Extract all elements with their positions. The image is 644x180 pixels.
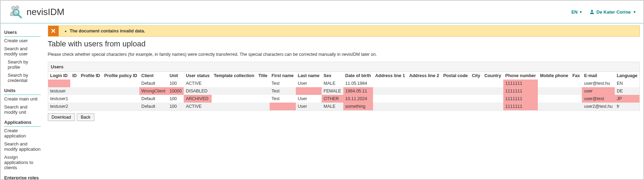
table-cell — [373, 103, 407, 110]
table-cell — [270, 103, 296, 110]
table-cell — [373, 80, 407, 87]
app-logo-icon — [8, 4, 23, 20]
sidebar: Users Create user Search and modify user… — [1, 23, 44, 180]
svg-point-4 — [591, 10, 593, 12]
table-column-header: Date of birth — [343, 72, 373, 80]
table-cell — [296, 87, 322, 95]
table-cell — [212, 103, 256, 110]
table-cell — [538, 95, 570, 103]
table-cell — [102, 80, 139, 87]
back-button[interactable]: Back — [77, 113, 94, 121]
table-cell — [407, 95, 441, 103]
table-column-header: E-mail — [582, 72, 614, 80]
table-header-row: Login IDIDProfile IDProfile policy IDCli… — [48, 72, 639, 80]
chevron-down-icon: ▼ — [633, 10, 636, 14]
sidebar-item-create-main-unit[interactable]: Create main unit — [4, 95, 41, 103]
table-cell — [407, 103, 441, 110]
table-cell — [470, 95, 482, 103]
table-cell: 1111111 — [503, 103, 538, 110]
table-cell: user@test — [582, 95, 614, 103]
table-cell — [470, 80, 482, 87]
users-table: Login IDIDProfile IDProfile policy IDCli… — [48, 72, 639, 110]
table-cell — [441, 87, 470, 95]
table-column-header: Address line 2 — [407, 72, 441, 80]
table-cell — [79, 95, 102, 103]
sidebar-item-search-modify-unit[interactable]: Search and modify unit — [4, 103, 41, 116]
sidebar-item-search-by-credential[interactable]: Search by credential — [4, 71, 41, 84]
language-label: EN — [571, 9, 578, 15]
table-cell — [79, 103, 102, 110]
table-cell: FEMALE — [322, 87, 343, 95]
table-cell — [538, 103, 570, 110]
table-cell: OTHER — [322, 95, 343, 103]
table-cell — [570, 95, 582, 103]
download-button[interactable]: Download — [48, 113, 75, 121]
table-cell: Default — [139, 103, 168, 110]
table-column-header: City — [470, 72, 482, 80]
brand-title: nevisIDM — [27, 7, 64, 17]
table-cell — [407, 87, 441, 95]
table-cell: something — [343, 103, 373, 110]
table-cell — [256, 87, 269, 95]
table-cell: user — [582, 87, 614, 95]
alert-banner: ✕ The document contains invalid data. — [48, 25, 640, 37]
table-cell — [48, 80, 70, 87]
table-cell: 10.11.2024 — [343, 95, 373, 103]
table-cell: ARCHIVED — [184, 95, 212, 103]
table-cell — [441, 95, 470, 103]
users-table-wrap: Users Login IDIDProfile IDProfile policy… — [48, 62, 640, 111]
sidebar-heading-users: Users — [4, 28, 41, 37]
table-cell: 1111111 — [503, 95, 538, 103]
table-cell — [570, 103, 582, 110]
sidebar-item-create-user[interactable]: Create user — [4, 37, 41, 45]
table-column-header: Sex — [322, 72, 343, 80]
table-cell: testuser — [48, 87, 70, 95]
table-cell: EN — [615, 80, 639, 87]
svg-point-1 — [16, 6, 19, 9]
table-cell: user2@test.hu — [582, 103, 614, 110]
table-column-header: Postal code — [441, 72, 470, 80]
sidebar-heading-applications: Applications — [4, 118, 41, 127]
table-cell: 1984.05.11 — [343, 87, 373, 95]
table-column-header: Title — [256, 72, 269, 80]
table-cell: 1111111 — [503, 80, 538, 87]
table-cell: 100 — [167, 95, 184, 103]
table-column-header: ID — [70, 72, 79, 80]
sidebar-item-search-by-profile[interactable]: Search by profile — [4, 58, 41, 71]
table-column-header: Login ID — [48, 72, 70, 80]
table-cell — [482, 87, 503, 95]
alert-message: The document contains invalid data. — [70, 29, 145, 33]
person-icon — [590, 9, 594, 14]
table-cell: User — [296, 103, 322, 110]
sidebar-item-create-application[interactable]: Create application — [4, 127, 41, 140]
table-cell — [102, 95, 139, 103]
table-row: testuser1Default100ARCHIVEDTestUserOTHER… — [48, 95, 639, 103]
table-cell — [212, 87, 256, 95]
table-cell — [256, 95, 269, 103]
table-cell — [482, 80, 503, 87]
sidebar-item-search-modify-application[interactable]: Search and modify application — [4, 140, 41, 153]
table-row: Default100ACTIVETestUserMALE11.05.198411… — [48, 80, 639, 87]
svg-line-3 — [18, 14, 21, 17]
table-cell: User — [296, 95, 322, 103]
sidebar-item-search-modify-user[interactable]: Search and modify user — [4, 45, 41, 58]
table-cell: ACTIVE — [184, 103, 212, 110]
topbar-right: EN ▼ De Kater Corine ▼ — [571, 9, 636, 15]
table-cell — [70, 95, 79, 103]
table-cell — [570, 87, 582, 95]
table-cell: Default — [139, 80, 168, 87]
table-cell: Default — [139, 95, 168, 103]
help-text: Please check whether special characters … — [48, 52, 640, 57]
logo-area: nevisIDM — [8, 4, 64, 20]
table-column-header: Language — [615, 72, 639, 80]
chevron-down-icon: ▼ — [579, 10, 583, 14]
sidebar-item-assign-applications[interactable]: Assign applications to clients — [4, 153, 41, 172]
main-container: Users Create user Search and modify user… — [1, 23, 643, 180]
language-selector[interactable]: EN ▼ — [571, 9, 583, 15]
table-cell — [79, 87, 102, 95]
page-title: Table with users from upload — [48, 39, 640, 48]
user-menu[interactable]: De Kater Corine ▼ — [590, 9, 636, 15]
table-cell — [102, 103, 139, 110]
table-cell — [441, 80, 470, 87]
table-cell: MALE — [322, 80, 343, 87]
